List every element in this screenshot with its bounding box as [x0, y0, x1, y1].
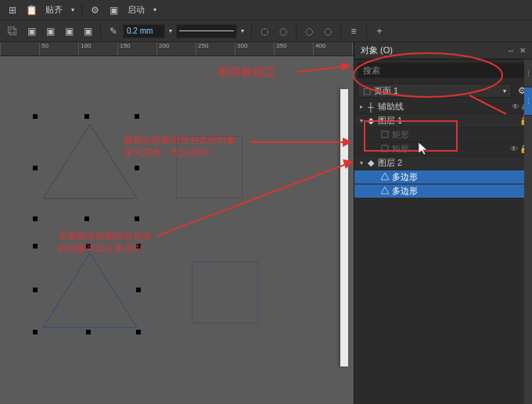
triangle-icon — [379, 173, 390, 182]
sel-handle[interactable] — [136, 330, 141, 334]
sel-handle[interactable] — [86, 244, 91, 248]
layer-icon: ◆ — [365, 116, 376, 126]
search-input[interactable]: 搜索 — [358, 63, 529, 78]
sel-handle[interactable] — [136, 288, 141, 292]
sel-handle[interactable] — [33, 288, 38, 292]
tree-row-guides[interactable]: ▸ ┼ 辅助线 👁 🖶 — [354, 100, 532, 114]
svg-marker-9 — [381, 173, 389, 180]
panel-close-icon[interactable]: ✕ — [519, 46, 526, 55]
svg-marker-0 — [43, 124, 137, 198]
svg-marker-10 — [381, 187, 389, 194]
svg-line-6 — [156, 163, 350, 236]
menu-icon[interactable]: ⊞ — [3, 2, 22, 19]
paste-label[interactable]: 贴齐 — [41, 4, 67, 16]
sel-handle[interactable] — [33, 330, 38, 334]
launch-icon[interactable]: ▣ — [104, 2, 123, 19]
sel-handle[interactable] — [33, 244, 38, 248]
add-tool-button[interactable]: + — [370, 23, 389, 40]
page-selector-label: 页面 1 — [374, 85, 398, 97]
triangle-unlocked[interactable] — [43, 253, 137, 331]
tree-row-layer2[interactable]: ▾ ◆ 图层 2 — [354, 156, 532, 170]
panel-title: 对象 (O) — [361, 45, 393, 56]
dim-icon-1[interactable]: ◌ — [255, 23, 274, 40]
stroke-width-input[interactable] — [123, 24, 165, 38]
sel-handle[interactable] — [33, 216, 38, 221]
tree-row-poly-a[interactable]: 多边形 — [354, 170, 532, 184]
visibility-icon[interactable]: 👁 — [510, 145, 518, 153]
layer-tree: ▸ ┼ 辅助线 👁 🖶 ▾ ◆ 图层 1 🔒 矩形 — [354, 100, 532, 404]
paste-icon[interactable]: 📋 — [22, 2, 41, 19]
canvas[interactable]: 5010015020025030035040045050055060065070… — [0, 42, 354, 404]
stroke-width-dropdown[interactable]: ▾ — [165, 24, 176, 38]
group-icon-1[interactable]: ▣ — [22, 23, 41, 40]
side-strip: ⋮ ⋮ — [524, 59, 532, 404]
tree-row-rect-b[interactable]: 矩形 👁🔒 — [354, 142, 532, 156]
panel-tab: 对象 (O) ↔ ✕ — [354, 42, 532, 59]
triangle-locked — [43, 124, 137, 202]
sel-handle[interactable] — [136, 244, 141, 248]
triangle-icon — [379, 187, 390, 196]
annotation-arrow-mid1 — [250, 132, 354, 156]
line-style-preview[interactable] — [176, 24, 237, 38]
chevron-down-icon: ▾ — [503, 88, 506, 95]
group-icon-3[interactable]: ▣ — [59, 23, 78, 40]
group-icon-2[interactable]: ▣ — [41, 23, 59, 40]
combine-icon[interactable]: ⿻ — [3, 23, 22, 40]
effect-icon-2[interactable]: ◌ — [318, 23, 337, 40]
collapse-icon[interactable]: ▾ — [358, 117, 365, 124]
sel-handle[interactable] — [84, 216, 89, 221]
annotation-mid2: 未被锁定的图层所包含的对象可以正常选中 — [58, 230, 152, 255]
paste-dropdown[interactable]: ▾ — [67, 3, 78, 17]
sel-handle[interactable] — [86, 330, 91, 334]
rectangle-icon — [379, 130, 390, 140]
annotation-arrow-mid2 — [156, 158, 354, 244]
align-icon[interactable]: ≡ — [344, 23, 363, 40]
launch-label[interactable]: 启动 — [123, 4, 149, 16]
guides-icon: ┼ — [365, 102, 376, 112]
svg-rect-3 — [192, 261, 258, 324]
visibility-icon[interactable]: 👁 — [512, 102, 519, 111]
svg-line-4 — [297, 66, 350, 72]
group-icon-4[interactable]: ▣ — [78, 23, 97, 40]
annotation-arrow-top — [0, 42, 354, 120]
sel-handle[interactable] — [33, 166, 38, 170]
layer-icon: ◆ — [365, 158, 376, 168]
sel-handle[interactable] — [135, 166, 139, 170]
page-selector[interactable]: ⬚ 页面 1 ▾ — [358, 84, 512, 98]
effect-icon-1[interactable]: ◌ — [300, 23, 318, 40]
page-icon: ⬚ — [363, 86, 371, 96]
rectangle-icon — [379, 145, 390, 154]
strip-button[interactable]: ⋮ — [524, 88, 532, 116]
panel-expand-icon[interactable]: ↔ — [507, 46, 515, 55]
svg-rect-7 — [382, 131, 388, 138]
launch-dropdown[interactable]: ▾ — [149, 3, 160, 17]
tree-row-layer1[interactable]: ▾ ◆ 图层 1 🔒 — [354, 114, 532, 128]
strip-button[interactable]: ⋮ — [524, 59, 532, 88]
tree-row-rect-a[interactable]: 矩形 — [354, 128, 532, 142]
dim-icon-2[interactable]: ◌ — [274, 23, 293, 40]
pen-icon[interactable]: ✎ — [104, 23, 123, 40]
sel-handle[interactable] — [135, 216, 139, 221]
objects-panel: 对象 (O) ↔ ✕ 搜索 ⬚ 页面 1 ▾ ⚙ ▸ ┼ 辅助线 — [354, 42, 532, 404]
expand-icon[interactable]: ▸ — [358, 103, 365, 110]
rectangle-unlocked[interactable] — [192, 261, 258, 324]
line-style-dropdown[interactable]: ▾ — [237, 24, 248, 38]
gear-icon[interactable]: ⚙ — [85, 2, 104, 19]
tree-row-poly-b[interactable]: 多边形 — [354, 184, 532, 198]
svg-rect-8 — [382, 145, 388, 152]
collapse-icon[interactable]: ▾ — [358, 159, 365, 166]
svg-marker-2 — [43, 253, 137, 327]
